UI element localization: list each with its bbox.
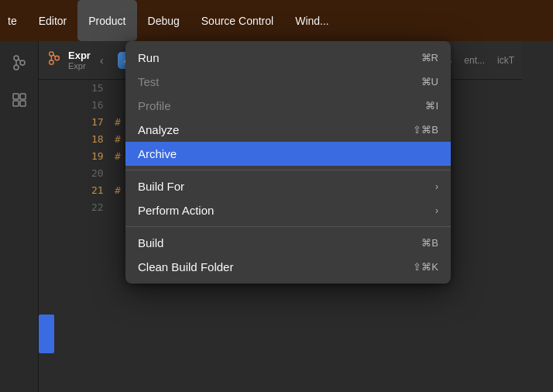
menu-item-profile[interactable]: Profile ⌘I	[125, 94, 451, 118]
menu-item-perform-action-label: Perform Action	[138, 204, 214, 217]
svg-point-9	[50, 52, 53, 56]
svg-point-10	[50, 60, 53, 64]
quicktype-label: ickT	[497, 55, 514, 66]
menu-item-analyze-shortcut: ⇧⌘B	[413, 124, 438, 136]
sidebar	[0, 41, 39, 392]
menu-item-run[interactable]: Run ⌘R	[125, 46, 451, 70]
line-num-16: 16	[91, 97, 104, 114]
breakpoint-indicators: # # # #	[115, 80, 121, 216]
line-num-22: 22	[91, 199, 104, 216]
menubar: te Editor Product Debug Source Control W…	[0, 0, 553, 41]
menu-item-build-for[interactable]: Build For ›	[125, 174, 451, 198]
menubar-item-editor[interactable]: Editor	[28, 0, 78, 41]
menu-item-build-for-arrow: ›	[435, 181, 438, 192]
menu-item-clean-build-folder[interactable]: Clean Build Folder ⇧⌘K	[125, 255, 451, 279]
menu-item-archive[interactable]: Archive	[125, 142, 451, 166]
svg-line-4	[18, 59, 21, 62]
menu-item-clean-build-folder-label: Clean Build Folder	[138, 260, 233, 273]
menu-item-build[interactable]: Build ⌘B	[125, 231, 451, 255]
separator-1	[125, 170, 451, 170]
line-num-15: 15	[91, 80, 104, 97]
menu-item-build-label: Build	[138, 236, 163, 249]
svg-rect-8	[20, 101, 26, 106]
svg-point-0	[14, 56, 19, 60]
menu-item-perform-action-arrow: ›	[435, 205, 438, 216]
menu-item-build-shortcut: ⌘B	[421, 237, 438, 249]
line-num-21: 21	[91, 182, 104, 199]
menubar-item-debug[interactable]: Debug	[137, 0, 191, 41]
project-subtitle: Expr	[68, 61, 91, 70]
svg-line-13	[53, 54, 56, 57]
menu-item-perform-action[interactable]: Perform Action ›	[125, 198, 451, 222]
menu-item-build-for-label: Build For	[138, 180, 184, 193]
menu-item-profile-shortcut: ⌘I	[425, 100, 438, 112]
menu-item-archive-label: Archive	[138, 147, 177, 160]
menubar-item-te[interactable]: te	[0, 0, 28, 41]
back-chevron[interactable]: ‹	[100, 54, 104, 67]
line-num-18: 18	[91, 131, 104, 148]
menu-item-run-shortcut: ⌘R	[421, 52, 438, 64]
menubar-item-source-control[interactable]: Source Control	[191, 0, 284, 41]
menu-item-analyze-label: Analyze	[138, 123, 179, 136]
menubar-item-wind[interactable]: Wind...	[284, 0, 340, 41]
menu-item-test-shortcut: ⌘U	[421, 76, 438, 88]
menu-item-test-label: Test	[138, 75, 160, 88]
project-name: Expr	[68, 50, 91, 61]
source-control-icon[interactable]	[5, 49, 33, 77]
selection-indicator	[39, 315, 54, 353]
menu-item-test[interactable]: Test ⌘U	[125, 70, 451, 94]
line-numbers: 15 16 17 18 19 20 21 22	[91, 80, 104, 216]
svg-rect-7	[13, 101, 19, 106]
line-num-19: 19	[91, 148, 104, 165]
line-num-17: 17	[91, 114, 104, 131]
grid-icon[interactable]	[5, 86, 33, 114]
menu-item-run-label: Run	[138, 51, 160, 64]
product-menu: Run ⌘R Test ⌘U Profile ⌘I Analyze ⇧⌘B Ar…	[125, 41, 451, 284]
ent-label: ent...	[464, 55, 485, 66]
separator-2	[125, 226, 451, 227]
line-num-20: 20	[91, 165, 104, 182]
svg-point-1	[14, 65, 19, 70]
menu-item-clean-build-folder-shortcut: ⇧⌘K	[413, 261, 438, 273]
menu-item-analyze[interactable]: Analyze ⇧⌘B	[125, 118, 451, 142]
svg-rect-6	[20, 94, 26, 99]
svg-rect-5	[13, 94, 19, 99]
menubar-item-product[interactable]: Product	[77, 0, 136, 41]
source-control-nav-icon	[46, 50, 62, 70]
menu-item-profile-label: Profile	[138, 99, 171, 112]
